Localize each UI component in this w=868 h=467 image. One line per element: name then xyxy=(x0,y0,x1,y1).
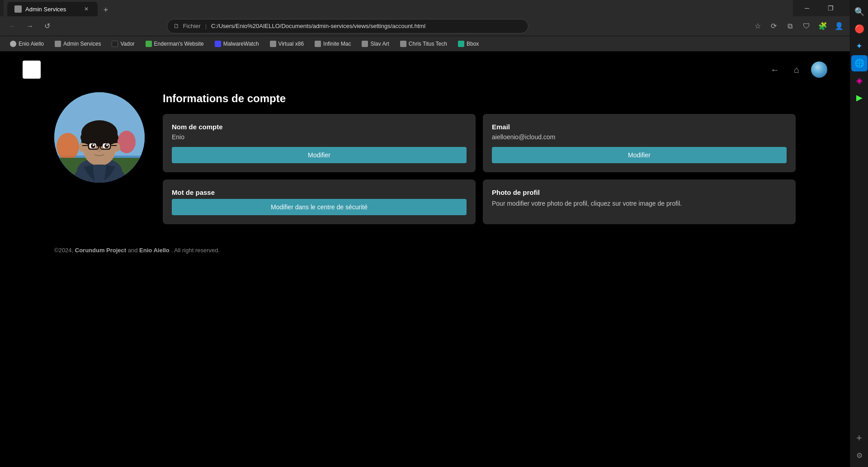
bookmark-favicon-virtual xyxy=(270,41,276,47)
svg-point-23 xyxy=(93,144,94,146)
bookmark-vador[interactable]: Vador xyxy=(107,39,139,49)
bookmark-favicon-slavart xyxy=(362,41,368,47)
page-content: ← ⌂ xyxy=(0,52,850,449)
bookmarks-bar: Enio Aiello Admin Services Vador Enderma… xyxy=(0,36,868,52)
profile-section xyxy=(54,92,145,224)
edge-sidebar: 🔍 🔴 ✦ 🌐 ◈ ▶ + ⚙ xyxy=(850,0,868,467)
email-label: Email xyxy=(492,123,787,131)
bookmark-enderman[interactable]: Enderman's Website xyxy=(141,39,208,49)
tab-close-button[interactable]: ✕ xyxy=(82,5,90,13)
password-card: Mot de passe Modifier dans le centre de … xyxy=(163,179,476,224)
bookmark-bbox[interactable]: Bbox xyxy=(453,39,483,49)
bookmark-favicon-enio xyxy=(10,41,16,47)
split-screen-button[interactable]: ⧉ xyxy=(783,19,797,33)
password-label: Mot de passe xyxy=(172,189,467,196)
bookmark-favicon-admin xyxy=(55,41,61,47)
protocol-icon: 🗋 xyxy=(174,23,179,29)
bookmark-favicon-bbox xyxy=(458,41,464,47)
profile-svg xyxy=(54,92,145,183)
svg-point-17 xyxy=(79,143,86,152)
bookmark-admin-services[interactable]: Admin Services xyxy=(50,39,105,49)
profile-photo-description: Pour modifier votre photo de profil, cli… xyxy=(492,199,787,208)
bookmark-label-malware: MalwareWatch xyxy=(223,41,259,47)
bookmark-label-enderman: Enderman's Website xyxy=(154,41,204,47)
email-value: aielloenio@icloud.com xyxy=(492,133,787,141)
modify-email-button[interactable]: Modifier xyxy=(492,147,787,163)
sidebar-discover-icon[interactable]: 🔴 xyxy=(851,21,868,37)
username-card: Nom de compte Enio Modifier xyxy=(163,114,476,172)
footer-highlight2: Enio Aiello xyxy=(139,247,170,254)
sidebar-tools-icon[interactable]: ◈ xyxy=(851,72,868,89)
bookmark-enio-aiello[interactable]: Enio Aiello xyxy=(5,39,48,49)
svg-point-6 xyxy=(118,131,136,153)
maximize-button[interactable]: ❐ xyxy=(820,0,841,16)
info-grid: Nom de compte Enio Modifier Email aiello… xyxy=(163,114,796,224)
tab-bar: Admin Services ✕ + xyxy=(4,0,793,16)
bookmark-virtualx86[interactable]: Virtual x86 xyxy=(265,39,308,49)
sidebar-games-icon[interactable]: ▶ xyxy=(851,90,868,106)
tab-favicon xyxy=(14,5,22,13)
modify-username-button[interactable]: Modifier xyxy=(172,147,467,163)
app-header: ← ⌂ xyxy=(18,61,832,79)
bookmark-label-christitus: Chris Titus Tech xyxy=(409,41,447,47)
profile-photo-card: Photo de profil Pour modifier votre phot… xyxy=(483,179,796,224)
header-home-button[interactable]: ⌂ xyxy=(789,62,804,77)
main-content: Informations de compte Nom de compte Eni… xyxy=(18,92,832,224)
forward-button[interactable]: → xyxy=(23,19,37,33)
bookmark-label-infinitemac: Infinite Mac xyxy=(323,41,351,47)
bookmark-favicon-enderman xyxy=(146,41,152,47)
bookmark-label-bbox: Bbox xyxy=(467,41,479,47)
bookmark-infinitemac[interactable]: Infinite Mac xyxy=(310,39,355,49)
favorites-button[interactable]: ☆ xyxy=(750,19,765,33)
header-back-button[interactable]: ← xyxy=(768,62,782,77)
reload-button[interactable]: ↺ xyxy=(40,19,54,33)
address-url: C:/Users/Enio%20AIELLO/Documents/admin-s… xyxy=(211,23,522,29)
bookmark-label-virtual: Virtual x86 xyxy=(278,41,304,47)
svg-point-24 xyxy=(106,144,108,146)
bookmark-label-vador: Vador xyxy=(120,41,134,47)
svg-point-30 xyxy=(97,148,102,152)
minimize-button[interactable]: ─ xyxy=(797,0,817,16)
refresh-button[interactable]: ⟳ xyxy=(767,19,781,33)
new-tab-button[interactable]: + xyxy=(99,4,112,16)
bookmark-favicon-christitus xyxy=(400,41,406,47)
extensions-button[interactable]: 🧩 xyxy=(816,19,830,33)
svg-point-5 xyxy=(57,133,79,160)
avatar-image xyxy=(811,61,827,78)
bookmark-label-enio: Enio Aiello xyxy=(19,41,44,47)
sidebar-search-icon[interactable]: 🔍 xyxy=(851,4,868,20)
footer-highlight1: Corundum Project xyxy=(75,247,126,254)
page-title: Informations de compte xyxy=(163,92,796,105)
bookmark-slavart[interactable]: Slav Art xyxy=(357,39,393,49)
email-card: Email aielloenio@icloud.com Modifier xyxy=(483,114,796,172)
sidebar-settings-icon[interactable]: ⚙ xyxy=(851,447,868,463)
bookmark-malwarewatch[interactable]: MalwareWatch xyxy=(210,39,264,49)
bookmark-christitus[interactable]: Chris Titus Tech xyxy=(396,39,452,49)
bookmark-favicon-vador xyxy=(112,41,118,47)
address-bar-row: ← → ↺ 🗋 Fichier | C:/Users/Enio%20AIELLO… xyxy=(0,16,868,36)
profile-photo-label: Photo de profil xyxy=(492,189,787,196)
back-button[interactable]: ← xyxy=(5,19,20,33)
tab-title: Admin Services xyxy=(25,6,79,13)
browser-essentials-button[interactable]: 🛡 xyxy=(799,19,814,33)
profile-image[interactable] xyxy=(54,92,145,183)
sidebar-active-icon[interactable]: 🌐 xyxy=(851,55,868,71)
bookmark-favicon-infinitemac xyxy=(315,41,321,47)
username-label: Nom de compte xyxy=(172,123,467,131)
account-info-section: Informations de compte Nom de compte Eni… xyxy=(163,92,796,224)
account-button[interactable]: 👤 xyxy=(832,19,846,33)
svg-rect-16 xyxy=(81,132,118,143)
bookmark-label-admin: Admin Services xyxy=(63,41,101,47)
modify-password-button[interactable]: Modifier dans le centre de sécurité xyxy=(172,199,467,215)
sidebar-copilot-icon[interactable]: ✦ xyxy=(851,38,868,54)
bookmark-label-slavart: Slav Art xyxy=(370,41,389,47)
page-footer: ©2024, Corundum Project and Enio Aiello … xyxy=(18,247,832,254)
active-tab[interactable]: Admin Services ✕ xyxy=(7,2,98,16)
address-bar[interactable]: 🗋 Fichier | C:/Users/Enio%20AIELLO/Docum… xyxy=(167,19,528,33)
svg-point-18 xyxy=(113,143,120,152)
header-profile-avatar[interactable] xyxy=(811,61,827,78)
bookmark-favicon-malware xyxy=(215,41,221,47)
address-protocol: Fichier xyxy=(183,23,201,29)
address-separator: | xyxy=(205,23,207,29)
sidebar-add-icon[interactable]: + xyxy=(851,430,868,446)
